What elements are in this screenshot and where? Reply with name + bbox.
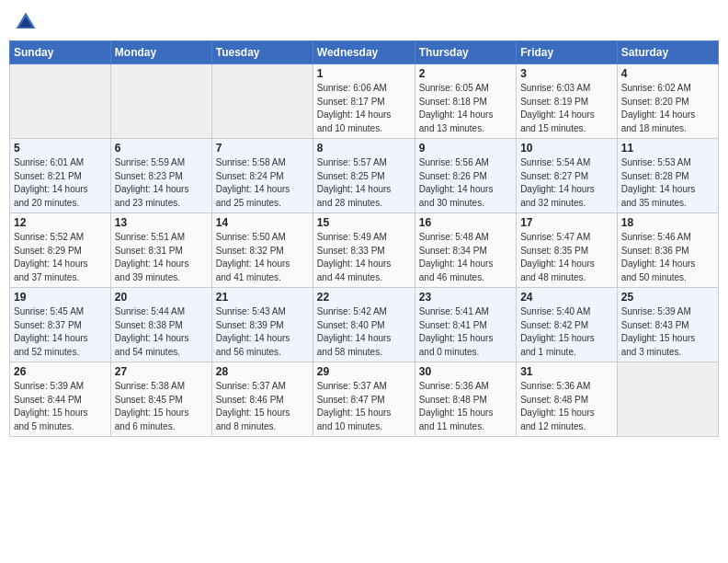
- week-row-1: 1Sunrise: 6:06 AM Sunset: 8:17 PM Daylig…: [10, 64, 719, 139]
- day-number: 4: [621, 67, 714, 80]
- calendar-cell: 19Sunrise: 5:45 AM Sunset: 8:37 PM Dayli…: [10, 288, 111, 362]
- day-number: 1: [317, 67, 411, 80]
- calendar-cell: 10Sunrise: 5:54 AM Sunset: 8:27 PM Dayli…: [517, 139, 618, 213]
- day-number: 24: [520, 291, 613, 304]
- day-number: 15: [317, 216, 411, 229]
- day-info: Sunrise: 6:03 AM Sunset: 8:19 PM Dayligh…: [520, 82, 613, 135]
- day-info: Sunrise: 5:41 AM Sunset: 8:41 PM Dayligh…: [419, 305, 512, 359]
- day-number: 11: [621, 142, 714, 155]
- calendar-cell: 28Sunrise: 5:37 AM Sunset: 8:46 PM Dayli…: [211, 362, 313, 437]
- day-number: 13: [115, 216, 208, 229]
- week-row-4: 19Sunrise: 5:45 AM Sunset: 8:37 PM Dayli…: [10, 288, 719, 362]
- calendar-cell: 15Sunrise: 5:49 AM Sunset: 8:33 PM Dayli…: [313, 213, 415, 288]
- day-info: Sunrise: 5:54 AM Sunset: 8:27 PM Dayligh…: [520, 156, 613, 210]
- calendar-cell: 4Sunrise: 6:02 AM Sunset: 8:20 PM Daylig…: [617, 64, 718, 139]
- day-number: 18: [621, 216, 714, 229]
- logo-icon: [13, 9, 39, 35]
- calendar-cell: 24Sunrise: 5:40 AM Sunset: 8:42 PM Dayli…: [517, 288, 618, 362]
- calendar-cell: 7Sunrise: 5:58 AM Sunset: 8:24 PM Daylig…: [211, 139, 313, 213]
- calendar-cell: [617, 362, 718, 437]
- calendar-cell: 8Sunrise: 5:57 AM Sunset: 8:25 PM Daylig…: [313, 139, 415, 213]
- day-number: 5: [14, 142, 107, 155]
- calendar-cell: 18Sunrise: 5:46 AM Sunset: 8:36 PM Dayli…: [617, 213, 718, 288]
- day-info: Sunrise: 5:46 AM Sunset: 8:36 PM Dayligh…: [621, 231, 714, 284]
- day-info: Sunrise: 5:36 AM Sunset: 8:48 PM Dayligh…: [419, 380, 512, 433]
- calendar-cell: 16Sunrise: 5:48 AM Sunset: 8:34 PM Dayli…: [415, 213, 516, 288]
- day-info: Sunrise: 5:59 AM Sunset: 8:23 PM Dayligh…: [115, 156, 208, 210]
- weekday-header-row: SundayMondayTuesdayWednesdayThursdayFrid…: [10, 41, 719, 64]
- calendar-cell: 27Sunrise: 5:38 AM Sunset: 8:45 PM Dayli…: [110, 362, 211, 437]
- day-info: Sunrise: 6:05 AM Sunset: 8:18 PM Dayligh…: [419, 82, 512, 135]
- calendar-cell: 20Sunrise: 5:44 AM Sunset: 8:38 PM Dayli…: [110, 288, 211, 362]
- calendar-cell: 9Sunrise: 5:56 AM Sunset: 8:26 PM Daylig…: [415, 139, 516, 213]
- day-number: 20: [115, 291, 208, 304]
- day-number: 8: [317, 142, 411, 155]
- calendar-cell: 12Sunrise: 5:52 AM Sunset: 8:29 PM Dayli…: [10, 213, 111, 288]
- day-info: Sunrise: 5:36 AM Sunset: 8:48 PM Dayligh…: [520, 380, 613, 433]
- week-row-2: 5Sunrise: 6:01 AM Sunset: 8:21 PM Daylig…: [10, 139, 719, 213]
- day-number: 21: [216, 291, 309, 304]
- day-info: Sunrise: 6:06 AM Sunset: 8:17 PM Dayligh…: [317, 82, 411, 135]
- day-info: Sunrise: 5:48 AM Sunset: 8:34 PM Dayligh…: [419, 231, 512, 284]
- calendar-cell: 3Sunrise: 6:03 AM Sunset: 8:19 PM Daylig…: [517, 64, 618, 139]
- day-number: 27: [115, 365, 208, 378]
- calendar-cell: 6Sunrise: 5:59 AM Sunset: 8:23 PM Daylig…: [110, 139, 211, 213]
- calendar-table: SundayMondayTuesdayWednesdayThursdayFrid…: [9, 40, 719, 437]
- calendar-cell: 30Sunrise: 5:36 AM Sunset: 8:48 PM Dayli…: [415, 362, 516, 437]
- weekday-header-sunday: Sunday: [10, 41, 111, 64]
- calendar-cell: [10, 64, 111, 139]
- calendar-cell: 23Sunrise: 5:41 AM Sunset: 8:41 PM Dayli…: [415, 288, 516, 362]
- day-info: Sunrise: 5:45 AM Sunset: 8:37 PM Dayligh…: [14, 305, 107, 359]
- day-number: 12: [14, 216, 107, 229]
- weekday-header-monday: Monday: [110, 41, 211, 64]
- day-number: 30: [419, 365, 512, 378]
- calendar-cell: 17Sunrise: 5:47 AM Sunset: 8:35 PM Dayli…: [517, 213, 618, 288]
- calendar-cell: 11Sunrise: 5:53 AM Sunset: 8:28 PM Dayli…: [617, 139, 718, 213]
- day-info: Sunrise: 5:51 AM Sunset: 8:31 PM Dayligh…: [115, 231, 208, 284]
- calendar-cell: [110, 64, 211, 139]
- calendar-cell: 29Sunrise: 5:37 AM Sunset: 8:47 PM Dayli…: [313, 362, 415, 437]
- day-info: Sunrise: 5:40 AM Sunset: 8:42 PM Dayligh…: [520, 305, 613, 359]
- day-number: 19: [14, 291, 107, 304]
- page-header: [9, 9, 719, 35]
- calendar-cell: [211, 64, 313, 139]
- calendar-cell: 1Sunrise: 6:06 AM Sunset: 8:17 PM Daylig…: [313, 64, 415, 139]
- day-info: Sunrise: 5:49 AM Sunset: 8:33 PM Dayligh…: [317, 231, 411, 284]
- calendar-cell: 2Sunrise: 6:05 AM Sunset: 8:18 PM Daylig…: [415, 64, 516, 139]
- logo: [13, 9, 40, 35]
- day-info: Sunrise: 5:58 AM Sunset: 8:24 PM Dayligh…: [216, 156, 309, 210]
- day-number: 25: [621, 291, 714, 304]
- calendar-cell: 5Sunrise: 6:01 AM Sunset: 8:21 PM Daylig…: [10, 139, 111, 213]
- day-info: Sunrise: 6:02 AM Sunset: 8:20 PM Dayligh…: [621, 82, 714, 135]
- day-info: Sunrise: 5:50 AM Sunset: 8:32 PM Dayligh…: [216, 231, 309, 284]
- weekday-header-thursday: Thursday: [415, 41, 516, 64]
- day-info: Sunrise: 5:47 AM Sunset: 8:35 PM Dayligh…: [520, 231, 613, 284]
- day-number: 22: [317, 291, 411, 304]
- day-number: 29: [317, 365, 411, 378]
- day-info: Sunrise: 5:52 AM Sunset: 8:29 PM Dayligh…: [14, 231, 107, 284]
- weekday-header-wednesday: Wednesday: [313, 41, 415, 64]
- day-number: 26: [14, 365, 107, 378]
- calendar-cell: 13Sunrise: 5:51 AM Sunset: 8:31 PM Dayli…: [110, 213, 211, 288]
- day-number: 9: [419, 142, 512, 155]
- day-number: 16: [419, 216, 512, 229]
- weekday-header-saturday: Saturday: [617, 41, 718, 64]
- day-info: Sunrise: 5:39 AM Sunset: 8:43 PM Dayligh…: [621, 305, 714, 359]
- day-info: Sunrise: 5:43 AM Sunset: 8:39 PM Dayligh…: [216, 305, 309, 359]
- calendar-cell: 14Sunrise: 5:50 AM Sunset: 8:32 PM Dayli…: [211, 213, 313, 288]
- day-number: 10: [520, 142, 613, 155]
- calendar-cell: 26Sunrise: 5:39 AM Sunset: 8:44 PM Dayli…: [10, 362, 111, 437]
- day-number: 6: [115, 142, 208, 155]
- day-info: Sunrise: 5:39 AM Sunset: 8:44 PM Dayligh…: [14, 380, 107, 433]
- day-number: 31: [520, 365, 613, 378]
- calendar-cell: 25Sunrise: 5:39 AM Sunset: 8:43 PM Dayli…: [617, 288, 718, 362]
- day-number: 3: [520, 67, 613, 80]
- day-number: 23: [419, 291, 512, 304]
- week-row-3: 12Sunrise: 5:52 AM Sunset: 8:29 PM Dayli…: [10, 213, 719, 288]
- day-info: Sunrise: 5:38 AM Sunset: 8:45 PM Dayligh…: [115, 380, 208, 433]
- day-info: Sunrise: 5:37 AM Sunset: 8:47 PM Dayligh…: [317, 380, 411, 433]
- calendar-cell: 31Sunrise: 5:36 AM Sunset: 8:48 PM Dayli…: [517, 362, 618, 437]
- day-number: 7: [216, 142, 309, 155]
- day-info: Sunrise: 6:01 AM Sunset: 8:21 PM Dayligh…: [14, 156, 107, 210]
- day-info: Sunrise: 5:42 AM Sunset: 8:40 PM Dayligh…: [317, 305, 411, 359]
